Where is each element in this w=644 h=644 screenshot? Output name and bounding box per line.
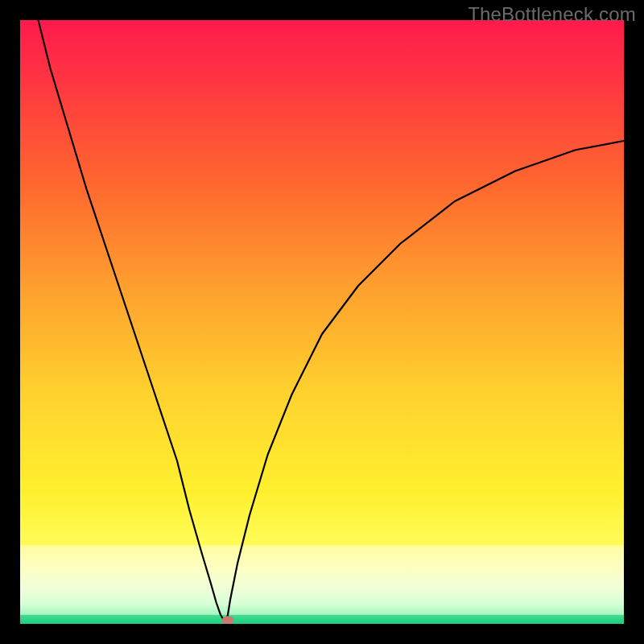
chart-curve-layer: [20, 20, 624, 624]
plot-area: [20, 20, 624, 624]
sweet-spot-marker: [222, 616, 234, 624]
bottleneck-curve: [39, 20, 625, 621]
watermark-text: TheBottleneck.com: [468, 3, 636, 26]
chart-frame: TheBottleneck.com: [0, 0, 644, 644]
